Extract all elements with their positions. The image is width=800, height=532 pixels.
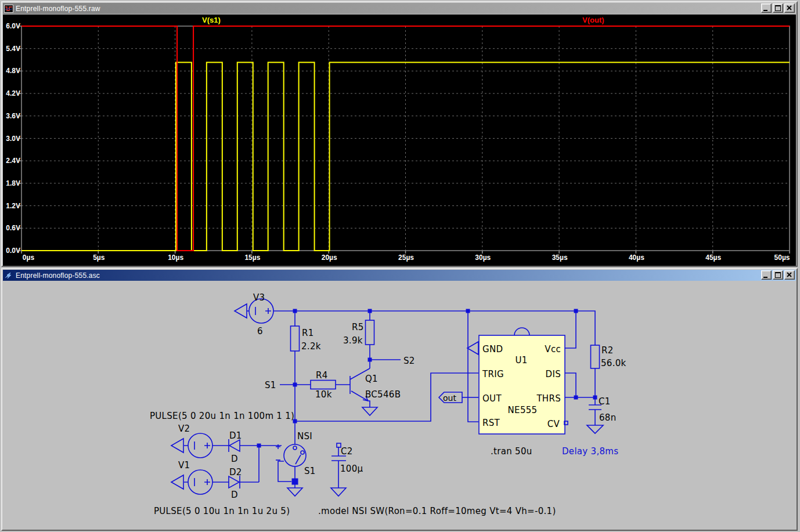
pulse-v2-directive[interactable]: PULSE(5 0 20u 1n 1n 100m 1 1) <box>150 411 294 421</box>
maximize-button[interactable] <box>773 3 783 13</box>
net-label-s1[interactable]: S1 <box>265 380 276 390</box>
svg-text:Q1[interactable]: Q1 <box>365 374 378 384</box>
ground-flag-icon <box>287 488 302 496</box>
net-label-s2[interactable]: S2 <box>403 356 415 366</box>
net-flag-out[interactable]: out <box>439 392 462 403</box>
ltspice-mdi-workspace: Entprell-monoflop-555.raw 6.0V5.4V4.8V4.… <box>0 0 800 532</box>
svg-text:100µ[interactable]: 100µ <box>340 464 363 474</box>
x-tick-label: 30µs <box>470 254 496 262</box>
svg-text:V2[interactable]: V2 <box>178 424 190 434</box>
u1-part[interactable]: NE555 <box>508 405 538 415</box>
ground-flag-icon <box>467 342 478 354</box>
svg-text:D[interactable]: D <box>231 490 238 500</box>
tran-directive[interactable]: .tran 50u <box>491 446 532 457</box>
x-tick-label: 5µs <box>86 254 111 262</box>
y-tick-label: 1.8V <box>3 179 20 188</box>
waveform-window-icon[interactable] <box>4 5 13 13</box>
svg-text:2.2k[interactable]: 2.2k <box>301 341 321 352</box>
x-tick-label: 20µs <box>316 254 342 262</box>
waveform-window-title: Entprell-monoflop-555.raw <box>16 5 100 13</box>
svg-text:V1[interactable]: V1 <box>178 460 190 471</box>
diode-d2[interactable]: D2 D <box>229 467 242 500</box>
y-tick-label: 2.4V <box>3 157 20 165</box>
pin-cv: CV <box>547 419 560 429</box>
x-tick-label: 25µs <box>394 254 419 262</box>
pulse-v1-directive[interactable]: PULSE(5 0 10u 1n 1n 1u 2u 5) <box>154 506 290 516</box>
voltage-source-v3[interactable]: V3 6 <box>235 292 273 336</box>
x-tick-label: 45µs <box>701 254 726 262</box>
v3-label[interactable]: V3 <box>253 292 265 303</box>
pin-vcc: Vcc <box>545 344 561 354</box>
x-tick-label: 10µs <box>163 254 189 262</box>
resistor-r1[interactable]: R1 2.2k <box>291 326 321 352</box>
svg-text:R4[interactable]: R4 <box>316 370 328 381</box>
svg-text:R5[interactable]: R5 <box>352 322 364 332</box>
voltage-source-v2[interactable]: V2 <box>171 424 212 458</box>
svg-text:C1[interactable]: C1 <box>599 396 611 407</box>
schematic-window: Entprell-monoflop-555.asc <box>1 268 798 531</box>
resistor-r4[interactable]: R4 10k <box>311 370 336 400</box>
x-tick-label: 15µs <box>240 254 265 262</box>
close-button[interactable] <box>784 270 795 280</box>
legend-vs1[interactable]: V(s1) <box>202 16 221 24</box>
waveform-plot-area[interactable]: 6.0V5.4V4.8V4.2V3.6V3.0V2.4V1.8V1.2V0.6V… <box>3 15 796 266</box>
open-terminal-square <box>337 443 341 447</box>
u1-designator[interactable]: U1 <box>515 355 527 365</box>
y-tick-label: 1.2V <box>3 202 20 211</box>
y-tick-label: 4.2V <box>3 89 20 98</box>
maximize-icon <box>775 272 781 278</box>
delay-comment[interactable]: Delay 3,8ms <box>562 446 618 457</box>
schematic-canvas[interactable]: V3 6 R1 2.2k R5 3.9k R4 <box>3 281 796 530</box>
capacitor-c1[interactable]: C1 68n <box>587 396 617 433</box>
resistor-r5[interactable]: R5 3.9k <box>343 320 374 346</box>
schematic-window-icon[interactable] <box>4 272 13 280</box>
minimize-button[interactable] <box>761 270 772 280</box>
svg-text:68n[interactable]: 68n <box>599 412 617 423</box>
ic-u1-ne555[interactable]: GND TRIG OUT RST Vcc DIS THRS CV U1 NE55… <box>467 328 568 434</box>
ground-flag-icon <box>362 407 377 415</box>
svg-text:R2[interactable]: R2 <box>601 345 614 356</box>
x-tick-label: 35µs <box>547 254 572 262</box>
ground-flag-icon <box>235 304 247 318</box>
ground-flag-icon <box>171 439 183 453</box>
capacitor-c2[interactable]: C2 100µ <box>331 443 363 496</box>
svg-text:D[interactable]: D <box>231 454 238 464</box>
schematic-titlebar[interactable]: Entprell-monoflop-555.asc <box>3 270 796 281</box>
diode-d1[interactable]: D1 D <box>229 430 242 464</box>
s1-label[interactable]: S1 <box>304 466 316 476</box>
close-button[interactable] <box>784 3 795 13</box>
maximize-button[interactable] <box>773 270 783 280</box>
transistor-q1[interactable]: Q1 BC546B <box>350 368 401 415</box>
resistor-r2[interactable]: R2 56.0k <box>591 345 626 368</box>
waveform-titlebar[interactable]: Entprell-monoflop-555.raw <box>3 3 796 14</box>
pin-out: OUT <box>482 393 502 404</box>
y-tick-label: 0.6V <box>3 224 20 233</box>
svg-text:C2[interactable]: C2 <box>341 446 353 457</box>
svg-text:56.0k[interactable]: 56.0k <box>601 358 626 368</box>
model-directive[interactable]: .model NSI SW(Ron=0.1 Roff=10meg Vt=4 Vh… <box>318 506 556 516</box>
legend-vout[interactable]: V(out) <box>582 16 604 24</box>
svg-text:10k[interactable]: 10k <box>315 389 332 400</box>
schematic-drawing: V3 6 R1 2.2k R5 3.9k R4 <box>3 281 796 530</box>
switch-s1[interactable]: NSI S1 <box>276 431 316 496</box>
pin-gnd: GND <box>482 344 503 354</box>
minimize-icon <box>763 277 767 278</box>
x-tick-label: 50µs <box>769 254 795 262</box>
schematic-window-title: Entprell-monoflop-555.asc <box>16 272 100 280</box>
svg-text:D1[interactable]: D1 <box>229 430 242 441</box>
y-tick-label: 4.8V <box>3 67 20 75</box>
svg-text:3.9k[interactable]: 3.9k <box>343 335 363 346</box>
ground-flag-icon <box>331 488 346 496</box>
svg-text:R1[interactable]: R1 <box>302 328 314 338</box>
minimize-button[interactable] <box>761 3 772 13</box>
svg-text:BC546B[interactable]: BC546B <box>365 389 401 400</box>
minimize-icon <box>763 10 767 11</box>
s1-model[interactable]: NSI <box>297 431 312 441</box>
pin-thrs: THRS <box>536 393 561 404</box>
svg-text:D2[interactable]: D2 <box>229 467 242 477</box>
v3-value[interactable]: 6 <box>257 326 263 336</box>
y-tick-label: 6.0V <box>3 22 20 31</box>
close-icon <box>787 272 792 277</box>
voltage-source-v1[interactable]: V1 <box>171 460 212 494</box>
svg-text:out[interactable]: out <box>443 393 456 403</box>
